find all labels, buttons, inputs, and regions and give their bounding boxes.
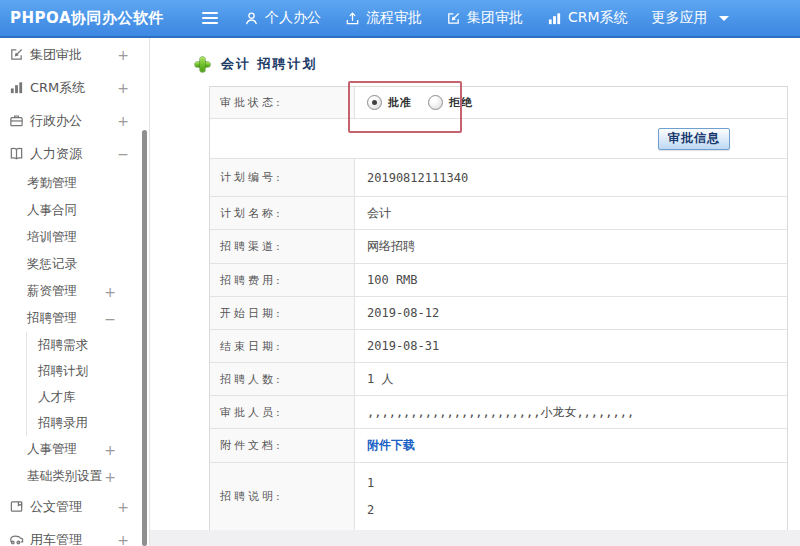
sidebar-item-label: 招聘计划 [38,363,88,380]
form-label: 结束日期: [210,330,355,362]
expand-toggle[interactable]: + [104,285,116,299]
recruit-plan-form: 审批状态:批准拒绝审批信息计划编号:20190812111340计划名称:会计招… [209,86,788,531]
radio-label[interactable]: 批准 [388,95,412,110]
expand-toggle[interactable]: − [104,312,116,326]
car-icon [9,532,24,546]
form-value: 12 [355,463,787,530]
description-line: 1 [367,476,374,490]
sidebar-item[interactable]: 招聘管理− [0,305,149,332]
form-label: 审批状态: [210,87,355,118]
topnav-item[interactable]: CRM系统 [547,9,628,27]
expand-toggle[interactable]: + [104,443,116,457]
topnav-item-label: CRM系统 [568,9,628,27]
top-nav: 个人办公流程审批集团审批CRM系统更多应用 [244,0,729,36]
form-row: 审批状态:批准拒绝 [210,87,787,119]
plus-icon[interactable] [195,57,210,72]
description-line: 2 [367,503,374,517]
sidebar-item-label: CRM系统 [30,79,85,97]
topnav-item-label: 更多应用 [652,9,708,27]
sidebar-item[interactable]: 招聘计划 [26,358,149,384]
sidebar-item[interactable]: 公文管理+ [0,490,149,523]
sidebar-item[interactable]: 集团审批+ [0,38,149,71]
form-value: 1 人 [355,363,787,395]
form-label: 计划名称: [210,197,355,229]
topnav-item-label: 集团审批 [467,9,523,27]
form-value: 2019-08-31 [355,330,787,362]
sidebar-item[interactable]: 招聘需求 [26,332,149,358]
approval-info-button[interactable]: 审批信息 [658,128,730,150]
main-content: 会计 招聘计划 审批状态:批准拒绝审批信息计划编号:20190812111340… [150,38,800,546]
form-value: 网络招聘 [355,230,787,263]
sidebar-item-label: 公文管理 [30,498,82,516]
form-value: 会计 [355,197,787,229]
sidebar-item[interactable]: CRM系统+ [0,71,149,104]
expand-toggle[interactable]: + [117,533,129,546]
form-row: 计划名称:会计 [210,197,787,230]
form-value: 20190812111340 [355,159,787,196]
form-label: 招聘费用: [210,264,355,296]
form-label: 招聘渠道: [210,230,355,263]
sidebar-item[interactable]: 招聘录用 [26,410,149,436]
form-row: 招聘说明:12 [210,463,787,530]
expand-toggle[interactable]: + [117,81,129,95]
menu-toggle-icon[interactable] [202,12,218,24]
sidebar-item[interactable]: 人事合同 [0,197,149,224]
form-label: 计划编号: [210,159,355,196]
page-title: 会计 招聘计划 [221,55,318,73]
form-label: 开始日期: [210,297,355,329]
topnav-item[interactable]: 集团审批 [446,9,523,27]
radio-unselected[interactable] [428,95,443,110]
sidebar-item-label: 奖惩记录 [27,256,77,273]
form-row: 招聘渠道:网络招聘 [210,230,787,264]
sidebar-item-label: 人力资源 [30,145,82,163]
sidebar-item[interactable]: 行政办公+ [0,104,149,137]
radio-label[interactable]: 拒绝 [449,95,473,110]
sidebar-item-label: 考勤管理 [27,175,77,192]
sidebar-item[interactable]: 人力资源− [0,137,149,170]
form-row: 计划编号:20190812111340 [210,159,787,197]
book-icon [9,146,24,161]
button-cell: 审批信息 [210,119,787,158]
expand-toggle[interactable]: + [104,470,116,484]
chart-icon [547,11,562,26]
sidebar-item[interactable]: 基础类别设置+ [0,463,149,490]
edit-icon [446,11,461,26]
sidebar-item[interactable]: 奖惩记录 [0,251,149,278]
sidebar-item-label: 行政办公 [30,112,82,130]
sidebar-item-label: 人才库 [38,389,76,406]
sidebar-scrollbar[interactable] [142,130,147,546]
sidebar-item[interactable]: 人才库 [26,384,149,410]
expand-toggle[interactable]: + [117,48,129,62]
form-label: 审批人员: [210,396,355,428]
sidebar-item-label: 用车管理 [30,531,82,546]
page-title-row: 会计 招聘计划 [195,55,318,73]
topnav-item[interactable]: 更多应用 [652,9,729,27]
topnav-item-label: 个人办公 [265,9,321,27]
radio-selected[interactable] [367,95,382,110]
sidebar-item[interactable]: 考勤管理 [0,170,149,197]
sidebar-item-label: 招聘管理 [27,310,77,327]
topnav-item[interactable]: 个人办公 [244,9,321,27]
sidebar-item-label: 招聘需求 [38,337,88,354]
sidebar-item-label: 培训管理 [27,229,77,246]
expand-toggle[interactable]: + [117,114,129,128]
user-icon [244,11,259,26]
form-label: 招聘人数: [210,363,355,395]
sidebar: 集团审批+CRM系统+行政办公+人力资源−考勤管理人事合同培训管理奖惩记录薪资管… [0,38,150,546]
edit-square-icon [9,47,24,62]
form-row: 招聘费用:100 RMB [210,264,787,297]
sidebar-item[interactable]: 培训管理 [0,224,149,251]
topnav-item-label: 流程审批 [366,9,422,27]
expand-toggle[interactable]: − [117,147,129,161]
sidebar-item[interactable]: 人事管理+ [0,436,149,463]
app-logo: PHPOA协同办公软件 [10,9,164,28]
topnav-item[interactable]: 流程审批 [345,9,422,27]
attachment-download-link[interactable]: 附件下载 [367,437,415,454]
form-value: 100 RMB [355,264,787,296]
form-row: 审批人员:,,,,,,,,,,,,,,,,,,,,,,,,小龙女,,,,,,,, [210,396,787,429]
sidebar-item[interactable]: 薪资管理+ [0,278,149,305]
form-row: 结束日期:2019-08-31 [210,330,787,363]
sidebar-item[interactable]: 用车管理+ [0,523,149,546]
chart-bars-icon [9,80,24,95]
expand-toggle[interactable]: + [117,500,129,514]
